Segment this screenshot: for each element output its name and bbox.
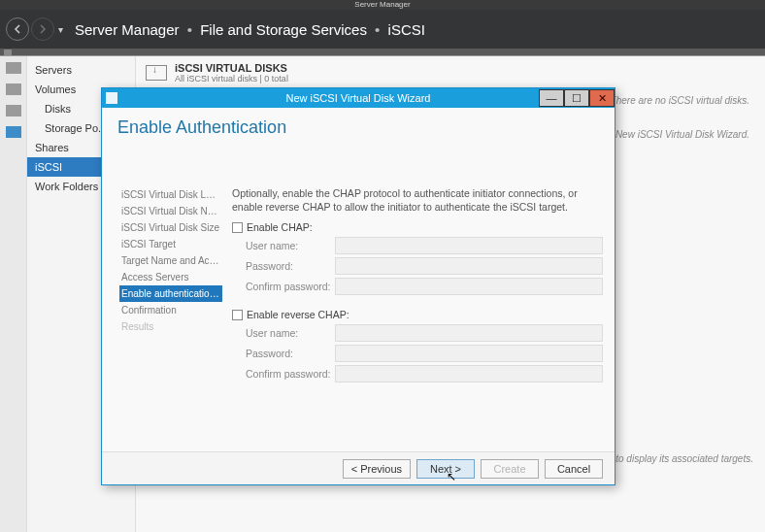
- step-results: Results: [119, 318, 222, 335]
- rail-disks-icon[interactable]: [6, 105, 21, 116]
- virtual-disk-icon: [146, 65, 167, 81]
- rchap-cpass-label: Confirm password:: [246, 368, 335, 380]
- rail-servers-icon[interactable]: [6, 62, 21, 74]
- section-title: iSCSI VIRTUAL DISKS: [175, 62, 288, 74]
- cursor-icon: ↖: [447, 470, 456, 483]
- wizard-dialog: New iSCSI Virtual Disk Wizard — ☐ ✕ Enab…: [101, 87, 615, 485]
- enable-rchap-checkbox[interactable]: [232, 310, 243, 320]
- chap-pass-label: Password:: [246, 260, 335, 272]
- forward-button[interactable]: [31, 17, 54, 41]
- header: ▾ Server Manager • File and Storage Serv…: [0, 10, 765, 49]
- breadcrumb: Server Manager • File and Storage Servic…: [75, 21, 425, 38]
- rchap-pass-label: Password:: [246, 348, 335, 359]
- rchap-user-input[interactable]: [335, 324, 603, 342]
- cancel-button[interactable]: Cancel: [545, 459, 603, 479]
- hint2-msg: VHD to display its associated targets.: [592, 453, 753, 464]
- create-button: Create: [481, 459, 539, 479]
- wizard-description: Optionally, enable the CHAP protocol to …: [232, 186, 603, 214]
- step-target[interactable]: iSCSI Target: [119, 236, 222, 252]
- rchap-pass-input[interactable]: [335, 345, 603, 362]
- wizard-title: New iSCSI Virtual Disk Wizard: [286, 92, 431, 104]
- rchap-user-label: User name:: [246, 327, 335, 339]
- chap-cpass-label: Confirm password:: [246, 281, 335, 292]
- app-title-bar: Server Manager: [0, 0, 765, 10]
- minimize-button[interactable]: —: [539, 89, 564, 107]
- breadcrumb-lvl2[interactable]: iSCSI: [388, 21, 425, 38]
- enable-rchap-label: Enable reverse CHAP:: [247, 309, 349, 320]
- chap-user-label: User name:: [246, 240, 335, 251]
- step-access-servers[interactable]: Access Servers: [119, 269, 222, 285]
- icon-rail: [0, 56, 27, 532]
- enable-chap-label: Enable CHAP:: [247, 221, 313, 233]
- ribbon-icon: [4, 50, 12, 55]
- chap-cpass-input[interactable]: [335, 278, 603, 295]
- wizard-title-bar[interactable]: New iSCSI Virtual Disk Wizard — ☐ ✕: [102, 88, 615, 108]
- close-button[interactable]: ✕: [589, 89, 615, 107]
- wizard-footer: < Previous Next > ↖ Create Cancel: [102, 451, 615, 484]
- rail-volumes-icon[interactable]: [6, 83, 21, 95]
- wizard-icon: [106, 92, 117, 104]
- step-target-name[interactable]: Target Name and Access: [119, 252, 222, 269]
- back-button[interactable]: [6, 17, 29, 41]
- ribbon: [0, 49, 765, 56]
- enable-chap-checkbox[interactable]: [232, 222, 243, 233]
- step-enable-auth[interactable]: Enable authentication ser...: [119, 285, 222, 302]
- breadcrumb-lvl0[interactable]: Server Manager: [75, 21, 180, 38]
- breadcrumb-lvl1[interactable]: File and Storage Services: [200, 21, 367, 38]
- chap-user-input[interactable]: [335, 237, 603, 254]
- step-name[interactable]: iSCSI Virtual Disk Name: [119, 203, 222, 219]
- wizard-content: Optionally, enable the CHAP protocol to …: [228, 138, 615, 391]
- next-button[interactable]: Next > ↖: [416, 459, 475, 479]
- step-confirmation[interactable]: Confirmation: [119, 302, 222, 318]
- wizard-heading: Enable Authentication: [102, 108, 615, 138]
- previous-button[interactable]: < Previous: [343, 459, 411, 479]
- rchap-cpass-input[interactable]: [335, 365, 603, 382]
- maximize-button[interactable]: ☐: [564, 89, 589, 107]
- sidebar-item-servers[interactable]: Servers: [27, 60, 135, 80]
- chap-pass-input[interactable]: [335, 257, 603, 275]
- section-subtitle: All iSCSI virtual disks | 0 total: [175, 74, 288, 83]
- rail-iscsi-icon[interactable]: [6, 126, 21, 138]
- breadcrumb-dropdown-icon[interactable]: ▾: [58, 24, 63, 35]
- wizard-steps: iSCSI Virtual Disk Location iSCSI Virtua…: [102, 138, 228, 391]
- step-size[interactable]: iSCSI Virtual Disk Size: [119, 219, 222, 236]
- step-location[interactable]: iSCSI Virtual Disk Location: [119, 186, 222, 203]
